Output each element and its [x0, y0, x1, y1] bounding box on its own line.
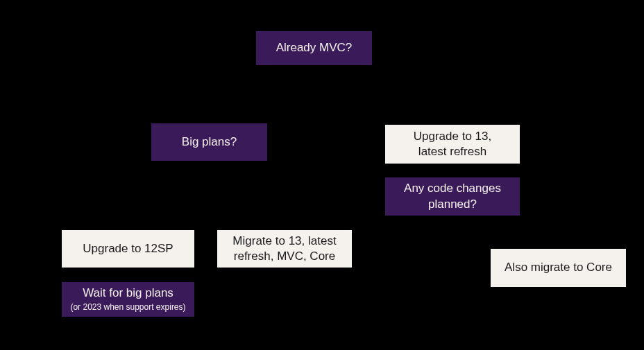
node-upgrade-13: Upgrade to 13, latest refresh — [385, 125, 520, 164]
node-wait-big-plans: Wait for big plans (or 2023 when support… — [62, 282, 194, 317]
node-migrate-core: Also migrate to Core — [491, 249, 626, 287]
node-upgrade-12sp: Upgrade to 12SP — [62, 230, 194, 268]
node-big-plans: Big plans? — [151, 123, 267, 161]
node-code-changes: Any code changes planned? — [385, 177, 520, 216]
wait-big-plans-sub: (or 2023 when support expires) — [70, 302, 185, 313]
node-migrate-13: Migrate to 13, latest refresh, MVC, Core — [217, 230, 352, 268]
wait-big-plans-label: Wait for big plans — [83, 286, 173, 301]
node-already-mvc: Already MVC? — [256, 31, 372, 65]
